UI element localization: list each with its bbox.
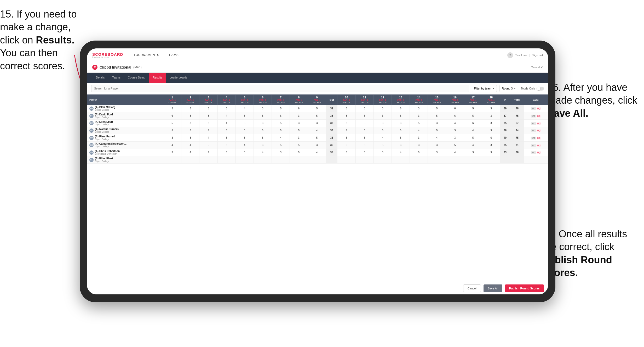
score-h4[interactable]: 5: [217, 105, 235, 112]
score-h12[interactable]: 5: [373, 127, 392, 134]
tab-details[interactable]: Details: [92, 73, 108, 83]
score-h6[interactable]: 3: [254, 105, 272, 112]
score-h10[interactable]: 3: [337, 112, 355, 120]
score-h9[interactable]: 4: [308, 149, 326, 156]
score-h11[interactable]: 3: [355, 142, 373, 149]
score-h3[interactable]: 3: [199, 112, 217, 120]
score-h1[interactable]: 3: [163, 105, 181, 112]
publish-round-scores-button[interactable]: Publish Round Scores: [505, 284, 544, 292]
score-h2[interactable]: [181, 156, 199, 164]
score-h12[interactable]: 5: [373, 142, 392, 149]
score-h15[interactable]: 3: [428, 142, 446, 149]
score-h4[interactable]: 4: [217, 120, 235, 127]
score-h18[interactable]: 3: [482, 142, 500, 149]
score-h11[interactable]: 5: [355, 105, 373, 112]
score-h10[interactable]: 3: [337, 105, 355, 112]
score-h10[interactable]: 3: [337, 149, 355, 156]
save-all-button[interactable]: Save All: [484, 284, 502, 292]
score-h17[interactable]: 4: [464, 127, 482, 134]
score-h11[interactable]: 5: [355, 149, 373, 156]
score-h6[interactable]: [254, 156, 272, 164]
score-h9[interactable]: [308, 156, 326, 164]
dq-badge[interactable]: DQ: [537, 137, 541, 139]
score-h6[interactable]: 4: [254, 149, 272, 156]
score-h15[interactable]: 3: [428, 149, 446, 156]
score-h15[interactable]: 5: [428, 127, 446, 134]
score-h5[interactable]: 3: [235, 112, 254, 120]
score-h16[interactable]: 5: [446, 142, 464, 149]
cancel-button[interactable]: Cancel ✕: [531, 66, 543, 69]
score-h10[interactable]: [337, 156, 355, 164]
wd-badge[interactable]: WD: [531, 129, 536, 132]
score-h8[interactable]: [290, 156, 308, 164]
score-h14[interactable]: 5: [410, 149, 428, 156]
score-h13[interactable]: 4: [392, 149, 410, 156]
score-h15[interactable]: 4: [428, 134, 446, 142]
score-h17[interactable]: 6: [464, 120, 482, 127]
score-h8[interactable]: 5: [290, 142, 308, 149]
score-h16[interactable]: 3: [446, 134, 464, 142]
score-h10[interactable]: 5: [337, 134, 355, 142]
score-h1[interactable]: 5: [163, 120, 181, 127]
score-h3[interactable]: [199, 156, 217, 164]
score-h16[interactable]: 6: [446, 112, 464, 120]
score-h8[interactable]: 3: [290, 112, 308, 120]
dq-badge[interactable]: DQ: [537, 151, 541, 154]
score-h18[interactable]: [482, 156, 500, 164]
score-h12[interactable]: [373, 156, 392, 164]
tab-leaderboards[interactable]: Leaderboards: [166, 73, 191, 83]
score-h9[interactable]: 5: [308, 112, 326, 120]
score-h3[interactable]: 4: [199, 134, 217, 142]
score-h1[interactable]: [163, 156, 181, 164]
score-h13[interactable]: 3: [392, 142, 410, 149]
score-h4[interactable]: [217, 156, 235, 164]
score-h10[interactable]: 6: [337, 142, 355, 149]
score-h3[interactable]: 3: [199, 120, 217, 127]
score-h5[interactable]: [235, 156, 254, 164]
score-h18[interactable]: 3: [482, 112, 500, 120]
dq-badge[interactable]: DQ: [537, 122, 541, 125]
score-h13[interactable]: 5: [392, 127, 410, 134]
score-h1[interactable]: 6: [163, 112, 181, 120]
score-h7[interactable]: [272, 156, 290, 164]
wd-badge[interactable]: WD: [531, 115, 536, 117]
score-h8[interactable]: 3: [290, 120, 308, 127]
score-h2[interactable]: 3: [181, 127, 199, 134]
score-h8[interactable]: 5: [290, 149, 308, 156]
score-h15[interactable]: 3: [428, 120, 446, 127]
score-h17[interactable]: 5: [464, 112, 482, 120]
score-h12[interactable]: 3: [373, 112, 392, 120]
score-h17[interactable]: 3: [464, 149, 482, 156]
score-h1[interactable]: 5: [163, 127, 181, 134]
scores-table-wrapper[interactable]: Player 1PAR: 4370 YDS 2PAR: 5511 YDS 3PA…: [87, 94, 548, 282]
score-h9[interactable]: 3: [308, 120, 326, 127]
score-h5[interactable]: 4: [235, 105, 254, 112]
score-h18[interactable]: 3: [482, 149, 500, 156]
score-h2[interactable]: 3: [181, 112, 199, 120]
score-h8[interactable]: 5: [290, 127, 308, 134]
score-h4[interactable]: 4: [217, 112, 235, 120]
score-h3[interactable]: 5: [199, 105, 217, 112]
dq-badge[interactable]: DQ: [537, 129, 541, 132]
score-h11[interactable]: 5: [355, 134, 373, 142]
score-h9[interactable]: 3: [308, 142, 326, 149]
score-h11[interactable]: [355, 156, 373, 164]
score-h5[interactable]: 3: [235, 120, 254, 127]
score-h9[interactable]: 5: [308, 105, 326, 112]
score-h1[interactable]: 3: [163, 149, 181, 156]
score-h10[interactable]: 3: [337, 120, 355, 127]
score-h2[interactable]: 3: [181, 105, 199, 112]
score-h14[interactable]: 3: [410, 112, 428, 120]
search-input[interactable]: [91, 85, 469, 92]
score-h7[interactable]: 6: [272, 112, 290, 120]
cancel-button-bottom[interactable]: Cancel: [463, 284, 481, 292]
nav-tournaments[interactable]: TOURNAMENTS: [134, 52, 159, 58]
score-h6[interactable]: 3: [254, 142, 272, 149]
score-h18[interactable]: 6: [482, 134, 500, 142]
score-h2[interactable]: 3: [181, 134, 199, 142]
sign-out-link[interactable]: Sign out: [532, 54, 543, 57]
score-h17[interactable]: 4: [464, 142, 482, 149]
wd-badge[interactable]: WD: [531, 107, 536, 110]
wd-badge[interactable]: WD: [531, 151, 536, 154]
score-h10[interactable]: 4: [337, 127, 355, 134]
